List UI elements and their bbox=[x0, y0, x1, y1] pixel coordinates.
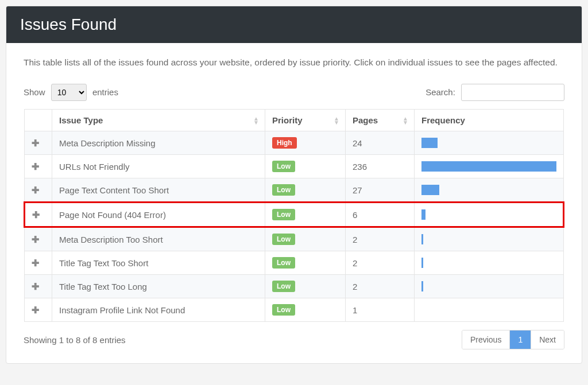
expand-cell[interactable]: ✚ bbox=[25, 251, 52, 275]
pagination: Previous 1 Next bbox=[462, 330, 564, 349]
frequency-cell bbox=[415, 155, 564, 178]
priority-cell: Low bbox=[265, 227, 346, 251]
table-row: ✚Title Tag Text Too LongLow2 bbox=[25, 275, 564, 298]
col-issue-type[interactable]: Issue Type ▲▼ bbox=[52, 110, 265, 131]
frequency-bar-container bbox=[421, 234, 556, 244]
issue-cell[interactable]: Meta Description Missing bbox=[52, 131, 265, 155]
sort-icon: ▲▼ bbox=[334, 116, 339, 125]
pages-cell: 2 bbox=[346, 227, 415, 251]
frequency-bar bbox=[421, 258, 423, 268]
priority-cell: High bbox=[265, 131, 346, 155]
frequency-bar-container bbox=[421, 161, 556, 172]
frequency-bar bbox=[421, 281, 423, 291]
frequency-bar bbox=[421, 138, 438, 148]
priority-badge: High bbox=[272, 137, 297, 149]
priority-cell: Low bbox=[265, 155, 346, 178]
frequency-bar bbox=[421, 185, 439, 195]
col-frequency: Frequency bbox=[415, 110, 564, 131]
sort-icon: ▲▼ bbox=[253, 116, 259, 125]
table-row: ✚Page Text Content Too ShortLow27 bbox=[25, 178, 564, 203]
panel-header: Issues Found bbox=[6, 6, 582, 43]
entries-label: entries bbox=[92, 87, 118, 97]
priority-badge: Low bbox=[272, 161, 295, 172]
plus-icon[interactable]: ✚ bbox=[32, 162, 39, 172]
pages-cell: 1 bbox=[346, 298, 415, 322]
col-priority[interactable]: Priority ▲▼ bbox=[265, 110, 346, 131]
table-info: Showing 1 to 8 of 8 entries bbox=[24, 335, 126, 345]
frequency-bar-container bbox=[421, 138, 556, 148]
plus-icon[interactable]: ✚ bbox=[32, 139, 39, 148]
table-row: ✚Instagram Profile Link Not FoundLow1 bbox=[25, 298, 564, 322]
next-button[interactable]: Next bbox=[531, 330, 564, 349]
frequency-cell bbox=[415, 251, 564, 275]
issue-cell[interactable]: Title Tag Text Too Short bbox=[52, 251, 265, 275]
frequency-cell bbox=[415, 131, 564, 155]
table-row: ✚Meta Description MissingHigh24 bbox=[25, 131, 564, 155]
col-pages[interactable]: Pages ▲▼ bbox=[346, 110, 415, 131]
col-issue-type-label: Issue Type bbox=[59, 115, 103, 125]
frequency-bar-container bbox=[421, 258, 556, 268]
plus-icon[interactable]: ✚ bbox=[32, 186, 39, 195]
priority-cell: Low bbox=[265, 298, 346, 322]
issue-cell[interactable]: Instagram Profile Link Not Found bbox=[52, 298, 265, 322]
table-controls: Show 10 entries Search: bbox=[24, 84, 564, 101]
plus-icon[interactable]: ✚ bbox=[32, 235, 39, 244]
priority-badge: Low bbox=[272, 234, 295, 245]
expand-cell[interactable]: ✚ bbox=[25, 178, 52, 203]
entries-select[interactable]: 10 bbox=[51, 84, 87, 101]
expand-cell[interactable]: ✚ bbox=[25, 275, 52, 298]
issues-table: Issue Type ▲▼ Priority ▲▼ Pages ▲▼ Frequ… bbox=[24, 109, 564, 322]
pages-cell: 24 bbox=[346, 131, 415, 155]
frequency-bar-container bbox=[421, 281, 556, 291]
panel-description: This table lists all of the issues found… bbox=[24, 56, 564, 69]
plus-icon[interactable]: ✚ bbox=[32, 282, 39, 291]
col-pages-label: Pages bbox=[353, 115, 378, 125]
frequency-bar-container bbox=[421, 209, 556, 220]
frequency-cell bbox=[415, 275, 564, 298]
issue-cell[interactable]: URLs Not Friendly bbox=[52, 155, 265, 178]
panel-body: This table lists all of the issues found… bbox=[6, 43, 582, 363]
pages-cell: 2 bbox=[346, 275, 415, 298]
plus-icon[interactable]: ✚ bbox=[32, 259, 39, 268]
issues-panel: Issues Found This table lists all of the… bbox=[6, 6, 582, 364]
frequency-bar bbox=[421, 161, 556, 172]
issue-cell[interactable]: Meta Description Too Short bbox=[52, 227, 265, 251]
priority-badge: Low bbox=[272, 257, 295, 269]
pages-cell: 6 bbox=[346, 203, 415, 227]
previous-button[interactable]: Previous bbox=[462, 330, 509, 349]
expand-cell[interactable]: ✚ bbox=[25, 227, 52, 251]
plus-icon[interactable]: ✚ bbox=[32, 306, 39, 315]
col-expand bbox=[25, 110, 52, 131]
priority-cell: Low bbox=[265, 275, 346, 298]
table-row: ✚Meta Description Too ShortLow2 bbox=[25, 227, 564, 251]
expand-cell[interactable]: ✚ bbox=[25, 203, 52, 227]
search-label: Search: bbox=[425, 87, 455, 97]
show-label: Show bbox=[24, 87, 45, 97]
frequency-cell bbox=[415, 298, 564, 322]
priority-cell: Low bbox=[265, 251, 346, 275]
expand-cell[interactable]: ✚ bbox=[25, 298, 52, 322]
page-1-button[interactable]: 1 bbox=[509, 330, 531, 349]
panel-title: Issues Found bbox=[20, 15, 117, 33]
frequency-bar bbox=[421, 209, 425, 220]
expand-cell[interactable]: ✚ bbox=[25, 131, 52, 155]
priority-cell: Low bbox=[265, 203, 346, 227]
expand-cell[interactable]: ✚ bbox=[25, 155, 52, 178]
frequency-cell bbox=[415, 227, 564, 251]
issue-cell[interactable]: Page Not Found (404 Error) bbox=[52, 203, 265, 227]
frequency-bar-container bbox=[421, 305, 556, 315]
pages-cell: 2 bbox=[346, 251, 415, 275]
plus-icon[interactable]: ✚ bbox=[32, 211, 40, 220]
search-input[interactable] bbox=[461, 84, 564, 101]
col-frequency-label: Frequency bbox=[421, 115, 465, 125]
issue-cell[interactable]: Page Text Content Too Short bbox=[52, 178, 265, 203]
search-control: Search: bbox=[425, 84, 564, 101]
priority-badge: Low bbox=[272, 281, 295, 292]
sort-icon: ▲▼ bbox=[403, 116, 408, 125]
table-footer: Showing 1 to 8 of 8 entries Previous 1 N… bbox=[24, 330, 564, 349]
table-row: ✚Title Tag Text Too ShortLow2 bbox=[25, 251, 564, 275]
priority-badge: Low bbox=[272, 304, 295, 316]
table-row: ✚URLs Not FriendlyLow236 bbox=[25, 155, 564, 178]
pages-cell: 236 bbox=[346, 155, 415, 178]
issue-cell[interactable]: Title Tag Text Too Long bbox=[52, 275, 265, 298]
